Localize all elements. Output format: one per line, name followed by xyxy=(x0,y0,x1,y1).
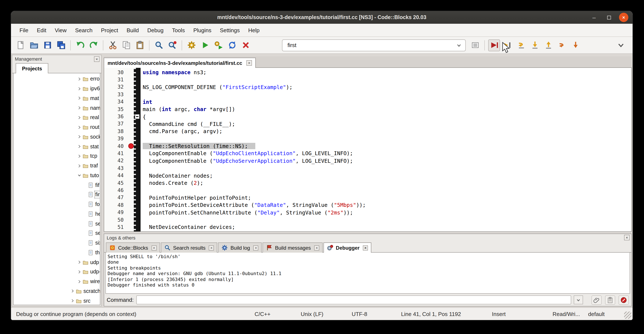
chevron-right-icon[interactable] xyxy=(76,115,82,121)
code-line-34[interactable]: 34int xyxy=(104,98,631,106)
run-button[interactable] xyxy=(199,39,211,51)
tree-item-sock[interactable]: sock xyxy=(14,132,100,142)
debugger-output[interactable]: Setting SHELL to '/bin/sh'doneSetting br… xyxy=(106,253,630,294)
command-history-dropdown[interactable] xyxy=(574,295,583,304)
chevron-right-icon[interactable] xyxy=(76,95,82,101)
code-line-42[interactable]: 42 LogComponentEnable ("UdpEchoServerApp… xyxy=(104,157,631,164)
close-management-button[interactable]: × xyxy=(94,56,100,62)
code-text[interactable]: { xyxy=(143,113,146,120)
code-line-32[interactable]: 32NS_LOG_COMPONENT_DEFINE ("FirstScriptE… xyxy=(104,84,631,91)
line-number[interactable]: 49 xyxy=(104,209,129,215)
code-editor[interactable]: 30using namespace ns3;3132NS_LOG_COMPONE… xyxy=(104,68,632,232)
build-and-run-button[interactable] xyxy=(212,39,224,51)
menu-tools[interactable]: Tools xyxy=(168,24,189,37)
log-tab-build-messages[interactable]: Build messages× xyxy=(263,242,323,253)
cut-button[interactable] xyxy=(107,39,118,51)
copy-button[interactable] xyxy=(120,39,132,51)
tree-item-fif[interactable]: fif xyxy=(14,180,100,190)
close-window-button[interactable]: × xyxy=(619,13,628,22)
build-target-options-button[interactable] xyxy=(469,39,481,51)
line-number[interactable]: 32 xyxy=(104,84,129,90)
code-line-33[interactable]: 33 xyxy=(104,91,631,98)
line-number[interactable]: 45 xyxy=(104,180,129,186)
code-line-52[interactable]: 52 devices = pointToPoint.Install (nodes… xyxy=(104,231,631,232)
tree-item-mat[interactable]: mat xyxy=(14,94,100,103)
tree-item-udp-[interactable]: udp- xyxy=(14,267,100,277)
line-number[interactable]: 30 xyxy=(104,69,129,75)
code-line-46[interactable]: 46 xyxy=(104,187,631,194)
code-text[interactable]: cmd.Parse (argc, argv); xyxy=(143,128,222,135)
menu-build[interactable]: Build xyxy=(122,24,143,37)
code-line-38[interactable]: 38 cmd.Parse (argc, argv); xyxy=(104,128,631,135)
line-number[interactable]: 43 xyxy=(104,165,129,171)
chevron-right-icon[interactable] xyxy=(76,86,82,92)
line-number[interactable]: 51 xyxy=(104,224,129,230)
command-input[interactable] xyxy=(136,295,571,304)
code-line-50[interactable]: 50 xyxy=(104,216,631,224)
code-line-37[interactable]: 37 CommandLine cmd (__FILE__); xyxy=(104,120,631,128)
tree-item-erro[interactable]: erro xyxy=(14,74,100,84)
log-tab-code-blocks[interactable]: Code::Blocks× xyxy=(106,242,160,253)
code-line-45[interactable]: 45 nodes.Create (2); xyxy=(104,179,631,187)
menu-settings[interactable]: Settings xyxy=(216,24,244,37)
tree-item-scratch[interactable]: scratch xyxy=(14,286,100,296)
chevron-right-icon[interactable] xyxy=(76,105,82,111)
next-line-button[interactable] xyxy=(515,39,527,51)
tree-item-stat[interactable]: stat xyxy=(14,142,100,152)
close-logs-button[interactable]: × xyxy=(624,235,630,240)
chevron-right-icon[interactable] xyxy=(76,76,82,82)
code-text[interactable]: using namespace ns3; xyxy=(143,69,206,76)
line-number[interactable]: 44 xyxy=(104,173,129,178)
line-number[interactable]: 38 xyxy=(104,128,129,134)
code-line-31[interactable]: 31 xyxy=(104,76,631,84)
menu-edit[interactable]: Edit xyxy=(32,24,50,37)
save-button[interactable] xyxy=(42,39,53,51)
tree-item-tcp[interactable]: tcp xyxy=(14,151,100,161)
menu-help[interactable]: Help xyxy=(244,24,264,37)
fold-marker[interactable] xyxy=(135,114,140,119)
chevron-right-icon[interactable] xyxy=(76,143,82,149)
code-text[interactable]: int xyxy=(143,99,152,105)
menu-view[interactable]: View xyxy=(50,24,71,37)
menu-file[interactable]: File xyxy=(15,24,32,37)
menu-project[interactable]: Project xyxy=(97,24,122,37)
line-number[interactable]: 42 xyxy=(104,158,129,164)
tree-item-wire[interactable]: wire xyxy=(14,277,100,286)
line-number[interactable]: 39 xyxy=(104,136,129,142)
close-tab-button[interactable]: × xyxy=(314,245,319,250)
chevron-right-icon[interactable] xyxy=(76,278,82,284)
tree-item-src[interactable]: src xyxy=(14,296,100,305)
line-number[interactable]: 47 xyxy=(104,195,129,201)
tree-item-real[interactable]: real xyxy=(14,113,100,123)
build-button[interactable] xyxy=(186,39,197,51)
close-editor-tab-button[interactable]: × xyxy=(246,60,252,66)
tree-item-traf[interactable]: traf xyxy=(14,161,100,171)
chevron-right-icon[interactable] xyxy=(76,124,82,130)
code-text[interactable]: LogComponentEnable ("UdpEchoClientApplic… xyxy=(143,150,353,157)
code-line-48[interactable]: 48 pointToPoint.SetDeviceAttribute ("Dat… xyxy=(104,201,631,209)
new-file-button[interactable] xyxy=(14,39,26,51)
line-number[interactable]: 36 xyxy=(104,114,129,120)
chevron-right-icon[interactable] xyxy=(76,259,82,265)
code-line-30[interactable]: 30using namespace ns3; xyxy=(104,69,631,76)
code-text[interactable]: main (int argc, char *argv[]) xyxy=(143,106,235,112)
tree-item-tuto[interactable]: tuto xyxy=(14,171,100,180)
code-line-36[interactable]: 36{ xyxy=(104,113,631,120)
menu-plugins[interactable]: Plugins xyxy=(189,24,216,37)
code-line-40[interactable]: 40 Time::SetResolution (Time::NS); xyxy=(104,142,631,150)
line-number[interactable]: 50 xyxy=(104,217,129,223)
code-line-49[interactable]: 49 pointToPoint.SetChannelAttribute ("De… xyxy=(104,209,631,216)
menu-debug[interactable]: Debug xyxy=(143,24,168,37)
chevron-right-icon[interactable] xyxy=(76,134,82,140)
tree-item-he[interactable]: he xyxy=(14,209,100,219)
clipboard-button[interactable] xyxy=(605,295,615,304)
tree-item-fo[interactable]: fo xyxy=(14,200,100,209)
line-number[interactable]: 41 xyxy=(104,150,129,156)
tree-item-rout[interactable]: rout xyxy=(14,123,100,132)
chevron-down-icon[interactable] xyxy=(76,173,82,178)
code-text[interactable]: LogComponentEnable ("UdpEchoServerApplic… xyxy=(143,158,353,164)
titlebar[interactable]: mnt/dev/tools/source/ns-3-dev/examples/t… xyxy=(11,11,632,24)
code-text[interactable]: pointToPoint.SetDeviceAttribute ("DataRa… xyxy=(143,202,366,208)
tree-item-udp[interactable]: udp xyxy=(14,257,100,267)
tree-item-se[interactable]: se xyxy=(14,219,100,229)
